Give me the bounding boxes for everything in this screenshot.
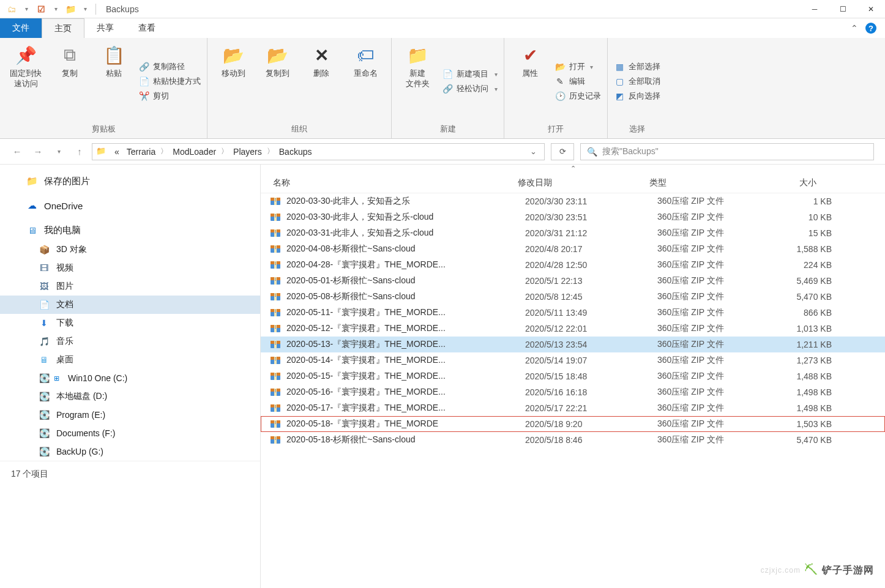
history-button[interactable]: 🕑历史记录 (555, 91, 601, 102)
cut-button[interactable]: ✂️剪切 (138, 91, 201, 102)
forward-button[interactable]: → (32, 146, 44, 158)
svg-rect-87 (275, 421, 276, 422)
file-row[interactable]: 2020-05-13-『寰宇摸君』THE_MORDE...2020/5/13 2… (261, 337, 885, 352)
paste-button[interactable]: 📋 粘贴 (94, 42, 133, 121)
col-name[interactable]: 名称 (269, 176, 514, 190)
newitem-icon: 📄 (442, 69, 453, 80)
select-none-button[interactable]: ▢全部取消 (614, 76, 660, 87)
new-folder-button[interactable]: 📁 新建 文件夹 (398, 42, 437, 121)
file-name: 2020-05-01-杉斯很忙~Sans-cloud (286, 275, 525, 286)
nav-item[interactable]: ⬇下载 (0, 314, 260, 332)
delete-button[interactable]: ✕ 删除 (302, 42, 341, 121)
nav-item[interactable]: 💽Program (E:) (0, 406, 260, 424)
select-all-button[interactable]: ▦全部选择 (614, 61, 660, 72)
tab-home[interactable]: 主页 (42, 18, 84, 38)
copy-path-button[interactable]: 🔗复制路径 (138, 61, 201, 72)
nav-thispc[interactable]: 🖥 我的电脑 (0, 221, 260, 239)
file-row[interactable]: 2020-05-08-杉斯很忙~Sans-cloud2020/5/8 12:45… (261, 289, 885, 305)
moveto-button[interactable]: 📂 移动到 (214, 42, 253, 121)
easy-access-button[interactable]: 🔗轻松访问▾ (442, 83, 498, 94)
nav-tree[interactable]: 📁 保存的图片 ☁ OneDrive 🖥 我的电脑 📦3D 对象🎞视频🖼图片📄文… (0, 165, 261, 588)
properties-button[interactable]: ✔ 属性 (510, 42, 550, 121)
file-row[interactable]: 2020-05-11-『寰宇摸君』THE_MORDE...2020/5/11 1… (261, 305, 885, 321)
pin-to-quick-access-button[interactable]: 📌 固定到快 速访问 (6, 42, 45, 121)
col-date[interactable]: 修改日期 (514, 176, 646, 190)
ribbon-collapse-icon[interactable]: ⌃ (851, 23, 858, 33)
nav-item[interactable]: 💽⊞Win10 One (C:) (0, 369, 260, 387)
minimize-button[interactable]: ─ (801, 0, 829, 18)
col-size[interactable]: 大小 (753, 176, 820, 190)
file-row[interactable]: 2020-05-14-『寰宇摸君』THE_MORDE...2020/5/14 1… (261, 352, 885, 368)
tab-view[interactable]: 查看 (126, 18, 168, 38)
refresh-button[interactable]: ⟳ (551, 143, 574, 160)
svg-rect-75 (275, 389, 276, 390)
qat-dropdown2-icon[interactable]: ▾ (49, 2, 62, 16)
edit-icon: ✎ (555, 76, 566, 87)
nav-item[interactable]: 🎞视频 (0, 259, 260, 277)
close-button[interactable]: ✕ (857, 0, 885, 18)
nav-item[interactable]: 💽Documents (F:) (0, 424, 260, 442)
file-row[interactable]: 2020-05-12-『寰宇摸君』THE_MORDE...2020/5/12 2… (261, 321, 885, 337)
up-button[interactable]: ↑ (73, 146, 86, 158)
nav-item[interactable]: 📦3D 对象 (0, 240, 260, 259)
invert-selection-button[interactable]: ◩反向选择 (614, 91, 660, 102)
file-name: 2020-04-28-『寰宇摸君』THE_MORDE... (286, 259, 525, 270)
breadcrumb-terraria[interactable]: Terraria (123, 147, 159, 157)
file-row[interactable]: 2020-04-28-『寰宇摸君』THE_MORDE...2020/4/28 1… (261, 257, 885, 273)
search-input[interactable]: 🔍 搜索"Backups" (580, 143, 874, 160)
file-row[interactable]: 2020-03-30-此非人，安知吾之乐-cloud2020/3/30 23:5… (261, 209, 885, 225)
breadcrumb-box[interactable]: 📁 « Terraria〉 ModLoader〉 Players〉 Backup… (92, 143, 545, 160)
cut-label: 剪切 (153, 91, 169, 102)
shovel-icon: ⛏ (804, 562, 818, 578)
file-row[interactable]: 2020-05-17-『寰宇摸君』THE_MORDE...2020/5/17 2… (261, 400, 885, 416)
clipboard-group-label: 剪贴板 (6, 121, 201, 137)
new-item-button[interactable]: 📄新建项目▾ (442, 69, 498, 80)
help-icon[interactable]: ? (865, 23, 876, 34)
address-dropdown-icon[interactable]: ⌄ (526, 147, 540, 156)
breadcrumb-modloader[interactable]: ModLoader (169, 147, 220, 157)
rename-button[interactable]: 🏷 重命名 (346, 42, 385, 121)
file-row[interactable]: 2020-04-08-杉斯很忙~Sans-cloud2020/4/8 20:17… (261, 241, 885, 257)
tab-file[interactable]: 文件 (0, 18, 42, 38)
nav-item[interactable]: 🖥桌面 (0, 351, 260, 369)
copyto-button[interactable]: 📂 复制到 (258, 42, 297, 121)
file-row[interactable]: 2020-05-18-杉斯很忙~Sans-cloud2020/5/18 8:46… (261, 432, 885, 448)
nav-item[interactable]: 💽BackUp (G:) (0, 442, 260, 461)
file-row[interactable]: 2020-03-31-此非人，安知吾之乐-cloud2020/3/31 21:1… (261, 225, 885, 241)
copy-button[interactable]: ⧉ 复制 (50, 42, 89, 121)
nav-saved-pictures[interactable]: 📁 保存的图片 (0, 172, 260, 190)
file-row[interactable]: 2020-05-01-杉斯很忙~Sans-cloud2020/5/1 22:13… (261, 273, 885, 289)
file-name: 2020-05-17-『寰宇摸君』THE_MORDE... (286, 403, 525, 414)
nav-item[interactable]: 📄文档 (0, 296, 260, 314)
file-row[interactable]: 2020-05-18-『寰宇摸君』THE_MORDE2020/5/18 9:20… (261, 416, 885, 432)
col-type[interactable]: 类型 (646, 176, 753, 190)
recent-dropdown-icon[interactable]: ▾ (53, 146, 65, 158)
qat-overflow-icon[interactable]: ▾ (78, 2, 92, 16)
maximize-button[interactable]: ☐ (829, 0, 857, 18)
breadcrumb-backups[interactable]: Backups (275, 147, 316, 157)
breadcrumb-players[interactable]: Players (230, 147, 266, 157)
nav-item[interactable]: 💽本地磁盘 (D:) (0, 387, 260, 406)
tab-share[interactable]: 共享 (84, 18, 126, 38)
file-row[interactable]: 2020-05-16-『寰宇摸君』THE_MORDE...2020/5/16 1… (261, 384, 885, 400)
file-row[interactable]: 2020-03-30-此非人，安知吾之乐2020/3/30 23:11360压缩… (261, 193, 885, 209)
open-button[interactable]: 📂打开▾ (555, 61, 601, 72)
checkbox-icon[interactable]: ☑ (34, 2, 48, 16)
nav-item[interactable]: 🎵音乐 (0, 332, 260, 351)
paste-shortcut-button[interactable]: 📄粘贴快捷方式 (138, 76, 201, 87)
nav-item[interactable]: 🖼图片 (0, 277, 260, 296)
zip-icon (269, 275, 282, 287)
breadcrumb-prefix[interactable]: « (111, 147, 123, 157)
chevron-right-icon[interactable]: 〉 (159, 146, 169, 157)
file-row[interactable]: 2020-05-15-『寰宇摸君』THE_MORDE...2020/5/15 1… (261, 368, 885, 384)
edit-button[interactable]: ✎编辑 (555, 76, 601, 87)
qat-dropdown-icon[interactable]: ▾ (20, 2, 33, 16)
file-type: 360压缩 ZIP 文件 (657, 196, 764, 207)
chevron-right-icon[interactable]: 〉 (266, 146, 275, 157)
file-date: 2020/5/18 9:20 (525, 419, 657, 429)
file-list[interactable]: 2020-03-30-此非人，安知吾之乐2020/3/30 23:11360压缩… (261, 193, 885, 588)
back-button[interactable]: ← (11, 146, 23, 158)
nav-onedrive[interactable]: ☁ OneDrive (0, 196, 260, 215)
scroll-up-indicator[interactable]: ⌃ (261, 165, 885, 173)
chevron-right-icon[interactable]: 〉 (220, 146, 230, 157)
